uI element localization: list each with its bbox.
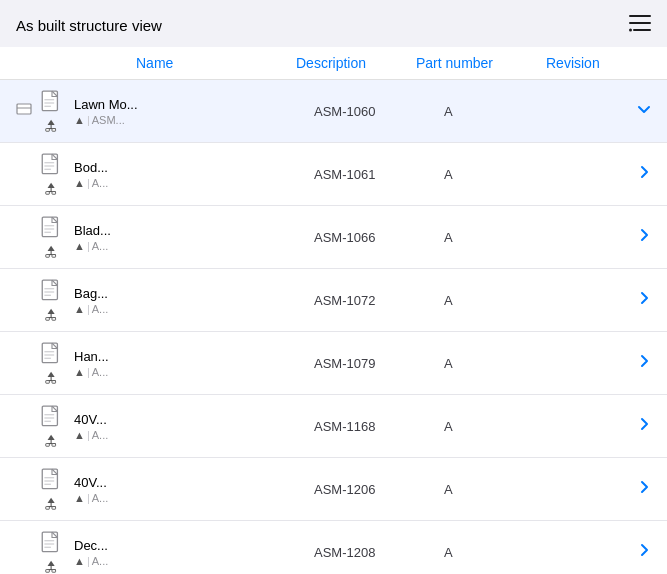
item-part-number: ASM-1206 [314,482,444,497]
main-container: As built structure view Name Description… [0,0,667,574]
tree-icon [44,244,60,258]
svg-rect-12 [46,129,50,132]
svg-rect-31 [52,255,56,258]
svg-rect-13 [52,129,56,132]
item-name-group: 40V...▲|A... [74,412,194,441]
item-part-number: ASM-1168 [314,419,444,434]
item-revision: A [444,356,524,371]
item-name-secondary: ▲|A... [74,555,194,567]
svg-marker-45 [48,372,55,377]
chevron-right-icon[interactable] [637,543,651,561]
item-icons [36,153,68,195]
page-title: As built structure view [16,17,162,34]
svg-rect-66 [46,507,50,510]
item-icons [36,90,68,132]
item-name-primary: Lawn Mo... [74,97,194,112]
svg-rect-22 [52,192,56,195]
tree-icon [44,496,60,510]
doc-icon [41,342,63,368]
menu-icon[interactable] [629,14,651,37]
list-item[interactable]: Han...▲|A...ASM-1079A [0,332,667,395]
svg-marker-36 [48,309,55,314]
chevron-right-icon[interactable] [637,291,651,309]
item-name-group: Bag...▲|A... [74,286,194,315]
svg-rect-48 [46,381,50,384]
col-header-description[interactable]: Description [296,55,416,71]
item-name-primary: 40V... [74,412,194,427]
svg-rect-30 [46,255,50,258]
item-name-secondary: ▲|A... [74,429,194,441]
svg-rect-0 [629,15,651,17]
list-item[interactable]: Blad...▲|A...ASM-1066A [0,206,667,269]
chevron-right-icon[interactable] [637,165,651,183]
item-revision: A [444,167,524,182]
tree-icon [44,118,60,132]
item-name-secondary: ▲|A... [74,177,194,189]
item-name-secondary: ▲|A... [74,492,194,504]
chevron-right-icon[interactable] [637,228,651,246]
item-part-number: ASM-1208 [314,545,444,560]
svg-rect-39 [46,318,50,321]
item-revision: A [444,293,524,308]
item-revision: A [444,482,524,497]
chevron-right-icon[interactable] [637,354,651,372]
doc-icon [41,468,63,494]
tree-icon [44,559,60,573]
item-name-group: Dec...▲|A... [74,538,194,567]
doc-icon [41,90,63,116]
tree-icon [44,370,60,384]
svg-marker-18 [48,183,55,188]
tree-icon [44,307,60,321]
svg-rect-49 [52,381,56,384]
item-name-secondary: ▲|A... [74,240,194,252]
item-icons [36,279,68,321]
item-revision: A [444,419,524,434]
item-revision: A [444,545,524,560]
tree-icon [44,181,60,195]
chevron-down-icon[interactable] [637,102,651,120]
svg-marker-54 [48,435,55,440]
tree-icon [44,433,60,447]
svg-rect-57 [46,444,50,447]
list-item[interactable]: 40V...▲|A...ASM-1168A [0,395,667,458]
item-name-secondary: ▲|ASM... [74,114,194,126]
item-list: Lawn Mo...▲|ASM...ASM-1060A Bod...▲|A...… [0,80,667,574]
svg-rect-1 [629,22,651,24]
chevron-right-icon[interactable] [637,417,651,435]
item-name-primary: Bod... [74,160,194,175]
svg-marker-9 [48,120,55,125]
svg-marker-72 [48,561,55,566]
svg-rect-75 [46,570,50,573]
svg-rect-21 [46,192,50,195]
list-item[interactable]: Dec...▲|A...ASM-1208A [0,521,667,574]
item-part-number: ASM-1061 [314,167,444,182]
col-header-partnumber[interactable]: Part number [416,55,546,71]
list-item[interactable]: Bag...▲|A...ASM-1072A [0,269,667,332]
item-name-secondary: ▲|A... [74,303,194,315]
svg-point-3 [629,29,632,32]
list-item[interactable]: 40V...▲|A...ASM-1206A [0,458,667,521]
item-name-primary: Dec... [74,538,194,553]
doc-icon [41,531,63,557]
item-part-number: ASM-1060 [314,104,444,119]
svg-rect-40 [52,318,56,321]
item-icons [36,342,68,384]
item-name-primary: 40V... [74,475,194,490]
list-item[interactable]: Bod...▲|A...ASM-1061A [0,143,667,206]
list-item[interactable]: Lawn Mo...▲|ASM...ASM-1060A [0,80,667,143]
svg-rect-58 [52,444,56,447]
item-name-group: Bod...▲|A... [74,160,194,189]
col-header-name[interactable]: Name [136,55,296,71]
svg-rect-67 [52,507,56,510]
chevron-right-icon[interactable] [637,480,651,498]
item-part-number: ASM-1079 [314,356,444,371]
item-name-group: 40V...▲|A... [74,475,194,504]
svg-rect-2 [633,29,651,31]
item-name-primary: Han... [74,349,194,364]
item-name-primary: Blad... [74,223,194,238]
item-part-number: ASM-1072 [314,293,444,308]
item-name-group: Han...▲|A... [74,349,194,378]
item-name-group: Blad...▲|A... [74,223,194,252]
col-header-revision[interactable]: Revision [546,55,626,71]
item-revision: A [444,104,524,119]
